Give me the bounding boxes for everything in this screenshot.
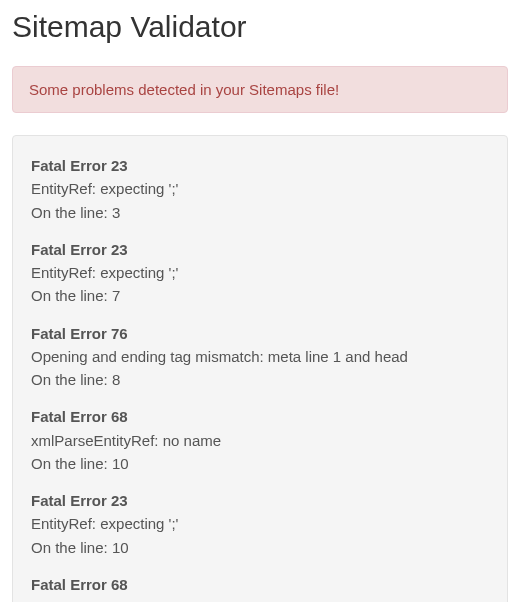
error-item: Fatal Error 23 EntityRef: expecting ';' … bbox=[31, 238, 489, 308]
error-line: On the line: 8 bbox=[31, 368, 489, 391]
error-title: Fatal Error 23 bbox=[31, 238, 489, 261]
errors-panel: Fatal Error 23 EntityRef: expecting ';' … bbox=[12, 135, 508, 602]
error-message: xmlParseEntityRef: no name bbox=[31, 596, 489, 602]
error-message: xmlParseEntityRef: no name bbox=[31, 429, 489, 452]
error-line: On the line: 7 bbox=[31, 284, 489, 307]
error-message: Opening and ending tag mismatch: meta li… bbox=[31, 345, 489, 368]
error-item: Fatal Error 68 xmlParseEntityRef: no nam… bbox=[31, 405, 489, 475]
error-title: Fatal Error 68 bbox=[31, 573, 489, 596]
alert-error: Some problems detected in your Sitemaps … bbox=[12, 66, 508, 113]
error-item: Fatal Error 23 EntityRef: expecting ';' … bbox=[31, 489, 489, 559]
error-title: Fatal Error 68 bbox=[31, 405, 489, 428]
error-line: On the line: 10 bbox=[31, 536, 489, 559]
error-item: Fatal Error 23 EntityRef: expecting ';' … bbox=[31, 154, 489, 224]
error-item: Fatal Error 76 Opening and ending tag mi… bbox=[31, 322, 489, 392]
error-message: EntityRef: expecting ';' bbox=[31, 177, 489, 200]
error-title: Fatal Error 23 bbox=[31, 154, 489, 177]
error-line: On the line: 10 bbox=[31, 452, 489, 475]
error-message: EntityRef: expecting ';' bbox=[31, 512, 489, 535]
error-item: Fatal Error 68 xmlParseEntityRef: no nam… bbox=[31, 573, 489, 602]
error-message: EntityRef: expecting ';' bbox=[31, 261, 489, 284]
page-title: Sitemap Validator bbox=[12, 10, 508, 44]
error-line: On the line: 3 bbox=[31, 201, 489, 224]
error-title: Fatal Error 76 bbox=[31, 322, 489, 345]
error-title: Fatal Error 23 bbox=[31, 489, 489, 512]
